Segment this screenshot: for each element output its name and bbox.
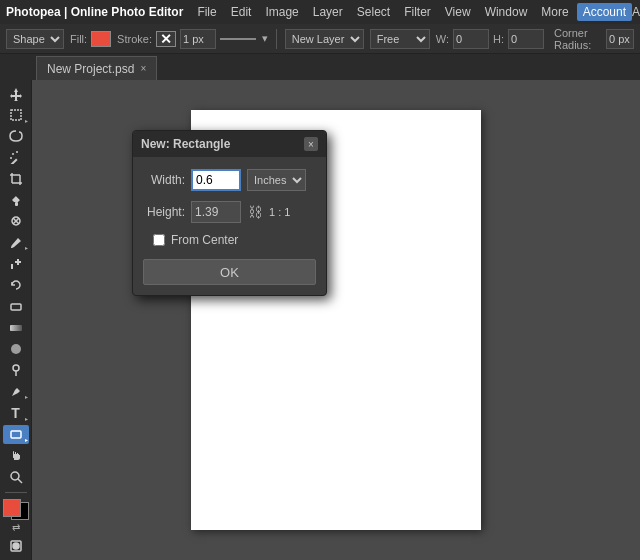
fill-color-box[interactable]	[91, 31, 111, 47]
eraser-tool[interactable]	[3, 297, 29, 316]
menu-view[interactable]: View	[439, 3, 477, 21]
wand-tool[interactable]	[3, 148, 29, 167]
move-tool[interactable]	[3, 84, 29, 103]
position-select[interactable]: Free	[370, 29, 430, 49]
shape-tool[interactable]: ▸	[3, 425, 29, 444]
stroke-line-preview	[220, 38, 256, 40]
tab-project[interactable]: New Project.psd ×	[36, 56, 157, 80]
text-tool-icon: T	[11, 405, 20, 421]
text-arrow-icon: ▸	[25, 415, 28, 422]
svg-rect-10	[15, 202, 18, 206]
unit-select[interactable]: Inches Pixels cm mm	[247, 169, 306, 191]
width-input[interactable]	[191, 169, 241, 191]
left-toolbar: ▸ ▸	[0, 80, 32, 560]
text-tool[interactable]: T ▸	[3, 403, 29, 422]
tab-close-button[interactable]: ×	[140, 63, 146, 74]
clone-tool[interactable]	[3, 254, 29, 273]
h-label: H:	[493, 33, 504, 45]
menu-file[interactable]: File	[191, 3, 222, 21]
stroke-x-icon: ✕	[157, 32, 175, 46]
app-brand: Photopea | Online Photo Editor	[6, 5, 183, 19]
dialog-close-button[interactable]: ×	[304, 137, 318, 151]
options-toolbar: Shape Fill: Stroke: ✕ ▾ New Layer Free W…	[0, 24, 640, 54]
menu-more[interactable]: More	[535, 3, 574, 21]
menu-edit[interactable]: Edit	[225, 3, 258, 21]
fill-label: Fill:	[70, 33, 87, 45]
stroke-width-input[interactable]	[180, 29, 216, 49]
menu-window[interactable]: Window	[479, 3, 534, 21]
reset-colors-icon[interactable]: ⇄	[12, 522, 20, 533]
from-center-row: From Center	[143, 233, 316, 247]
svg-rect-14	[10, 325, 22, 331]
h-input[interactable]	[508, 29, 544, 49]
quick-mask-tool[interactable]	[3, 537, 29, 556]
aspect-ratio-label: 1 : 1	[269, 206, 290, 218]
menu-select[interactable]: Select	[351, 3, 396, 21]
toolbar-separator	[5, 492, 27, 493]
brush-arrow-icon: ▸	[25, 244, 28, 251]
ok-button[interactable]: OK	[143, 259, 316, 285]
gradient-tool[interactable]	[3, 318, 29, 337]
menu-layer[interactable]: Layer	[307, 3, 349, 21]
svg-rect-1	[11, 110, 21, 120]
lasso-tool[interactable]	[3, 127, 29, 146]
svg-marker-0	[10, 88, 22, 101]
eyedropper-tool[interactable]	[3, 190, 29, 209]
shape-type-select[interactable]: Shape	[6, 29, 64, 49]
dialog-title-bar: New: Rectangle ×	[133, 131, 326, 157]
corner-radius-input[interactable]	[606, 29, 634, 49]
marquee-tool[interactable]: ▸	[3, 105, 29, 124]
hand-tool[interactable]	[3, 446, 29, 465]
layer-select[interactable]: New Layer	[285, 29, 364, 49]
svg-rect-2	[10, 159, 17, 165]
tab-bar: New Project.psd ×	[0, 54, 640, 80]
svg-point-15	[11, 344, 21, 354]
pen-arrow-icon: ▸	[25, 393, 28, 400]
crop-tool[interactable]	[3, 169, 29, 188]
main-area: ▸ ▸	[0, 80, 640, 560]
zoom-tool[interactable]	[3, 467, 29, 486]
svg-rect-13	[11, 304, 21, 310]
history-brush-tool[interactable]	[3, 276, 29, 295]
dialog-title: New: Rectangle	[141, 137, 230, 151]
aspect-lock-icon[interactable]: ⛓	[247, 204, 263, 220]
svg-point-20	[11, 472, 19, 480]
menu-about[interactable]: About	[632, 5, 640, 19]
tab-label: New Project.psd	[47, 62, 134, 76]
svg-point-3	[12, 153, 14, 155]
pen-tool[interactable]: ▸	[3, 382, 29, 401]
menu-filter[interactable]: Filter	[398, 3, 437, 21]
height-label: Height:	[143, 205, 185, 219]
w-input[interactable]	[453, 29, 489, 49]
blur-tool[interactable]	[3, 339, 29, 358]
menu-bar: Photopea | Online Photo Editor File Edit…	[0, 0, 640, 24]
from-center-checkbox[interactable]	[153, 234, 165, 246]
corner-radius-label: Corner Radius:	[554, 27, 602, 51]
dialog-body: Width: Inches Pixels cm mm Height: ⛓ 1 :…	[133, 157, 326, 295]
from-center-label: From Center	[171, 233, 238, 247]
stroke-color-box[interactable]: ✕	[156, 31, 176, 47]
width-row: Width: Inches Pixels cm mm	[143, 169, 316, 191]
color-swatches	[3, 499, 29, 520]
height-input[interactable]	[191, 201, 241, 223]
svg-line-21	[18, 479, 22, 483]
toolbar-divider-1	[276, 29, 277, 49]
foreground-color-swatch[interactable]	[3, 499, 21, 517]
svg-rect-19	[13, 451, 14, 458]
width-label: Width:	[143, 173, 185, 187]
w-label: W:	[436, 33, 449, 45]
brush-tool[interactable]: ▸	[3, 233, 29, 252]
svg-point-23	[13, 543, 19, 549]
new-rectangle-dialog: New: Rectangle × Width: Inches Pixels cm…	[132, 130, 327, 296]
menu-account[interactable]: Account	[577, 3, 632, 21]
canvas-area: New: Rectangle × Width: Inches Pixels cm…	[32, 80, 640, 560]
svg-point-5	[10, 157, 12, 159]
stroke-dropdown-arrow[interactable]: ▾	[262, 32, 268, 45]
svg-rect-18	[11, 431, 21, 438]
height-row: Height: ⛓ 1 : 1	[143, 201, 316, 223]
heal-tool[interactable]	[3, 212, 29, 231]
tool-arrow-icon: ▸	[25, 117, 28, 124]
menu-image[interactable]: Image	[259, 3, 304, 21]
stroke-label: Stroke:	[117, 33, 152, 45]
dodge-tool[interactable]	[3, 361, 29, 380]
